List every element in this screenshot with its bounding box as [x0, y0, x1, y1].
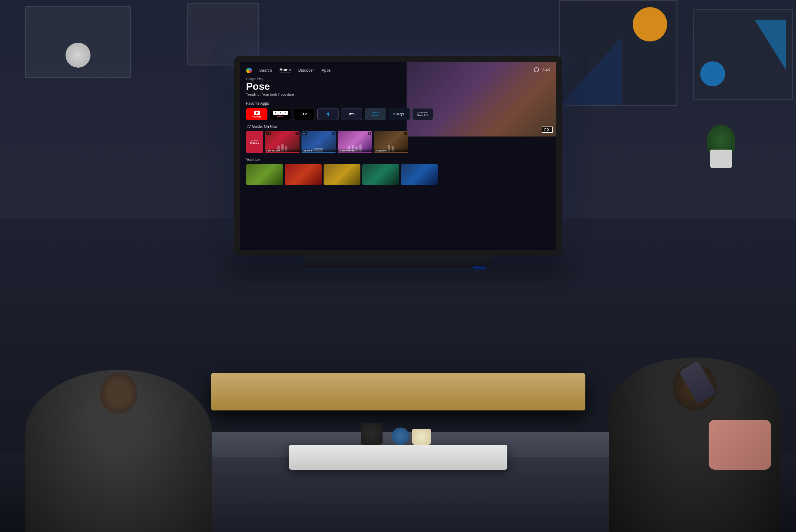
youtube-section: Youtube	[246, 157, 556, 185]
bbc-box-b2: B	[278, 111, 283, 115]
yt-thumbnail-3[interactable]	[324, 164, 360, 185]
blue-decorative-item	[392, 428, 409, 445]
nav-discover[interactable]: Discover	[298, 68, 314, 73]
soundbar	[305, 255, 492, 268]
nav-bar: Search Home Discover Apps	[246, 67, 331, 73]
yt-thumbnail-1[interactable]	[246, 164, 283, 185]
main-content: Google Play Pose Trending | Your truth i…	[246, 77, 556, 250]
gogglebox-bar	[374, 152, 408, 153]
clock-time: 2:45	[542, 68, 550, 72]
app-channel4[interactable]: 4	[317, 108, 339, 120]
yt-thumbnail-5[interactable]	[401, 164, 438, 185]
bbc-box-c: C	[283, 111, 288, 115]
nav-home[interactable]: Home	[279, 67, 291, 73]
line-of-duty-channel: one	[266, 132, 271, 135]
yt-thumbnail-4[interactable]	[362, 164, 399, 185]
youtube-label: YouTube	[252, 116, 261, 118]
youtube-row	[246, 164, 556, 185]
plant-pot	[710, 150, 732, 168]
coffee-mug	[361, 423, 383, 445]
google-play-label: Google PlayMovies & TV	[417, 112, 428, 117]
hero-source-label: Google Play	[246, 77, 556, 81]
app-itv[interactable]: ITV	[294, 108, 315, 120]
couch-pillow-right	[709, 420, 771, 470]
nav-clock-area: 2:45	[534, 67, 550, 72]
app-google-play[interactable]: Google PlayMovies & TV	[412, 108, 433, 120]
app-prime-video[interactable]: primevideo	[365, 108, 386, 120]
hero-title: Pose	[246, 81, 556, 91]
disney-plus-logo: Disney+	[394, 113, 404, 116]
line-of-duty-bar	[265, 152, 300, 153]
favorite-apps-section: Favorite Apps YouTube	[246, 101, 556, 120]
tv-guide-label: TV Guide	[250, 142, 259, 145]
coffee-table	[289, 445, 507, 470]
my5-logo: MY5	[348, 113, 355, 116]
channel4-logo: 4	[327, 112, 329, 117]
wall-shelf-left	[25, 6, 131, 78]
line-of-duty-num: 1	[295, 132, 298, 135]
top-gear-bar	[302, 152, 336, 153]
youtube-section-title: Youtube	[246, 157, 556, 162]
app-bbc-iplayer[interactable]: B B C iPlayer	[270, 108, 291, 120]
top-gear-num: 2	[332, 132, 335, 135]
settings-icon[interactable]	[534, 67, 539, 72]
loose-women-num: 3	[368, 132, 371, 135]
tv-guide-section: TV Guide: On Now freeview TV Guide	[246, 125, 556, 153]
freeview-tv-guide-label: freeview TV Guide	[250, 140, 259, 145]
tv-guide-title: TV Guide: On Now	[246, 125, 556, 129]
tv-unit-furniture	[211, 373, 585, 411]
top-gear-channel: two	[302, 132, 307, 135]
wall-art-right1	[559, 0, 677, 106]
person-left-silhouette	[25, 370, 212, 532]
app-youtube[interactable]: YouTube	[246, 108, 267, 120]
app-my5[interactable]: MY5	[341, 108, 362, 120]
bbc-box-b: B	[273, 111, 278, 115]
youtube-play-btn	[254, 111, 260, 115]
prime-video-logo: primevideo	[372, 111, 379, 117]
candle	[412, 429, 431, 445]
tv-guide-row: freeview TV Guide one 1 Line of	[246, 131, 556, 153]
google-assistant-icon	[246, 68, 252, 73]
tv-frame: FX Search Home Discover Apps 2:45 Google…	[234, 56, 562, 255]
itv-logo: ITV	[302, 112, 307, 116]
gogglebox-num: 5	[404, 132, 407, 135]
nav-search[interactable]: Search	[259, 68, 272, 73]
plant-decoration	[702, 106, 740, 168]
tv-screen: FX Search Home Discover Apps 2:45 Google…	[240, 62, 556, 250]
bbc-logo: B B C	[273, 111, 288, 115]
guide-tile-top-gear[interactable]: two 2 Top Gear	[302, 131, 336, 153]
nav-apps[interactable]: Apps	[321, 68, 331, 73]
apps-row: YouTube B B C iPlayer	[246, 108, 556, 120]
app-disney-plus[interactable]: Disney+	[388, 108, 410, 120]
guide-tile-loose-women[interactable]: 3 Loose Women	[338, 131, 372, 153]
youtube-triangle-icon	[256, 111, 258, 114]
guide-tile-gogglebox[interactable]: 5 Gogglebox	[374, 131, 408, 153]
favorite-apps-title: Favorite Apps	[246, 101, 556, 106]
yt-thumbnail-2[interactable]	[285, 164, 322, 185]
loose-women-bar	[338, 152, 372, 153]
iplayer-text: iPlayer	[277, 115, 284, 117]
wall-art-right2	[693, 10, 793, 100]
guide-tile-line-of-duty[interactable]: one 1 Line of Duty	[265, 131, 300, 153]
hero-subtitle: Trending | Your truth if you dare	[246, 93, 556, 96]
tv-guide-icon-tile[interactable]: freeview TV Guide	[246, 131, 264, 153]
